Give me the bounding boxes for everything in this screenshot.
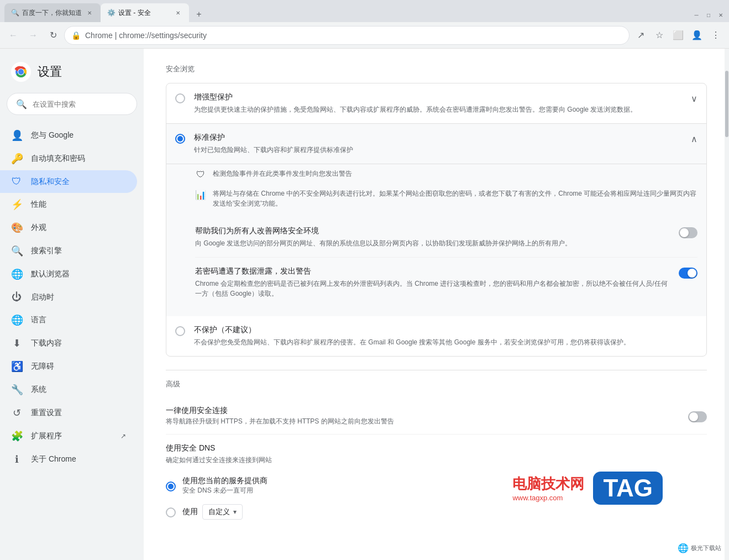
tab-baidu[interactable]: 🔍 百度一下，你就知道 ✕ xyxy=(4,3,101,22)
enhanced-protection-radio[interactable] xyxy=(175,93,185,103)
sidebar-item-accessibility[interactable]: ♿ 无障碍 xyxy=(0,355,137,378)
tab-favicon-settings: ⚙️ xyxy=(107,9,115,17)
sidebar-label-downloads: 下载内容 xyxy=(31,338,62,348)
language-icon: 🌐 xyxy=(11,314,22,326)
standard-protection-radio[interactable] xyxy=(175,134,185,144)
address-bar[interactable]: 🔒 Chrome | chrome://settings/security xyxy=(64,26,630,45)
settings-header: 设置 xyxy=(0,57,144,93)
standard-protection-title: 标准保护 xyxy=(194,133,682,143)
sidebar-item-default-browser[interactable]: 🌐 默认浏览器 xyxy=(0,263,137,286)
sidebar-item-language[interactable]: 🌐 语言 xyxy=(0,308,137,332)
chevron-down-icon: ▾ xyxy=(233,508,237,516)
tab-title-settings: 设置 - 安全 xyxy=(118,8,170,18)
sidebar-item-performance[interactable]: ⚡ 性能 xyxy=(0,193,137,216)
dns-option-custom-radio[interactable] xyxy=(166,507,176,517)
tab-settings[interactable]: ⚙️ 设置 - 安全 ✕ xyxy=(101,3,189,22)
protection-option-group: 增强型保护 为您提供更快速主动的保护措施，免受危险网站、下载内容或扩展程序的威胁… xyxy=(166,83,707,357)
password-breach-text: 若密码遭遇了数据泄露，发出警告 Chrome 会定期检查您的密码是否已被列在网上… xyxy=(195,266,670,299)
sidebar-item-about[interactable]: ℹ 关于 Chrome xyxy=(0,448,137,471)
reload-button[interactable]: ↻ xyxy=(44,27,62,44)
scrollbar-thumb[interactable] xyxy=(725,71,728,137)
standard-protection-option[interactable]: 标准保护 针对已知危险网站、下载内容和扩展程序提供标准保护 ∧ xyxy=(166,124,706,164)
system-icon: 🔧 xyxy=(11,384,22,396)
back-button[interactable]: ← xyxy=(4,27,22,44)
section-divider xyxy=(166,370,707,370)
key-icon: 🔑 xyxy=(11,153,22,165)
sidebar-item-reset[interactable]: ↺ 重置设置 xyxy=(0,401,137,425)
sidebar-item-google[interactable]: 👤 您与 Google xyxy=(0,124,137,147)
search-input[interactable] xyxy=(33,100,128,108)
sidebar-item-autofill[interactable]: 🔑 自动填充和密码 xyxy=(0,147,137,170)
forward-button[interactable]: → xyxy=(24,27,42,44)
security-icon: 🔒 xyxy=(71,31,81,40)
dns-option-current-text: 使用您当前的服务提供商 安全 DNS 未必一直可用 xyxy=(182,476,268,495)
search-icon: 🔍 xyxy=(16,99,27,109)
help-improve-title: 帮助我们为所有人改善网络安全环境 xyxy=(195,226,670,236)
reset-icon: ↺ xyxy=(11,407,22,419)
watermark: 电脑技术网 www.tagxp.com TAG xyxy=(512,472,663,505)
sidebar-label-accessibility: 无障碍 xyxy=(31,362,54,371)
sidebar-search-bar[interactable]: 🔍 xyxy=(7,93,137,115)
enhanced-protection-option[interactable]: 增强型保护 为您提供更快速主动的保护措施，免受危险网站、下载内容或扩展程序的威胁… xyxy=(166,83,706,124)
performance-icon: ⚡ xyxy=(11,198,22,211)
svg-point-3 xyxy=(18,69,24,75)
https-text-group: 一律使用安全连接 将导航路径升级到 HTTPS，并在加载不支持 HTTPS 的网… xyxy=(166,406,679,426)
no-protection-title: 不保护（不建议） xyxy=(194,325,697,335)
standard-protection-desc: 针对已知危险网站、下载内容和扩展程序提供标准保护 xyxy=(194,145,682,155)
sidebar-item-startup[interactable]: ⏻ 启动时 xyxy=(0,286,137,308)
minimize-button[interactable]: ─ xyxy=(693,11,700,19)
dns-option-current-radio[interactable] xyxy=(166,482,176,491)
tab-close-settings[interactable]: ✕ xyxy=(174,8,182,17)
no-protection-desc: 不会保护您免受危险网站、下载内容和扩展程序的侵害。在 Gmail 和 Googl… xyxy=(194,337,697,347)
standard-expand-icon[interactable]: ∧ xyxy=(691,133,697,144)
about-icon: ℹ xyxy=(11,453,22,465)
no-protection-option[interactable]: 不保护（不建议） 不会保护您免受危险网站、下载内容和扩展程序的侵害。在 Gmai… xyxy=(166,316,706,356)
nav-actions: ↗ ☆ ⬜ 👤 ⋮ xyxy=(632,27,725,44)
help-improve-toggle[interactable] xyxy=(679,227,697,238)
appearance-icon: 🎨 xyxy=(11,222,22,234)
sidebar-item-privacy[interactable]: 🛡 隐私和安全 xyxy=(0,170,137,193)
standard-protection-expanded: 🛡 检测危险事件并在此类事件发生时向您发出警告 📊 将网址与存储在 Chrome… xyxy=(166,164,706,316)
sidebar-item-appearance[interactable]: 🎨 外观 xyxy=(0,216,137,239)
split-view-button[interactable]: ⬜ xyxy=(669,27,687,44)
sidebar-item-extensions[interactable]: 🧩 扩展程序 ↗ xyxy=(0,425,137,448)
close-button[interactable]: ✕ xyxy=(717,11,725,19)
watermark-tag: TAG xyxy=(603,476,653,500)
sidebar-label-appearance: 外观 xyxy=(31,223,46,233)
sidebar-label-language: 语言 xyxy=(31,315,46,325)
https-toggle[interactable] xyxy=(688,411,707,422)
sidebar-label-about: 关于 Chrome xyxy=(31,454,76,464)
help-improve-row: 帮助我们为所有人改善网络安全环境 向 Google 发送您访问的部分网页的网址、… xyxy=(195,217,697,258)
menu-button[interactable]: ⋮ xyxy=(707,27,725,44)
sidebar-item-search[interactable]: 🔍 搜索引擎 xyxy=(0,239,137,263)
tab-close-baidu[interactable]: ✕ xyxy=(85,8,94,17)
sidebar-label-system: 系统 xyxy=(31,385,46,395)
dns-custom-select[interactable]: 自定义 ▾ xyxy=(202,504,243,520)
password-breach-toggle[interactable] xyxy=(679,268,697,279)
watermark-site-name: 电脑技术网 xyxy=(512,474,584,494)
window-controls: ─ □ ✕ xyxy=(693,11,725,22)
tab-title-baidu: 百度一下，你就知道 xyxy=(22,8,82,18)
startup-icon: ⏻ xyxy=(11,291,22,303)
https-main-text: 一律使用安全连接 xyxy=(166,406,679,416)
profile-button[interactable]: 👤 xyxy=(688,27,706,44)
sidebar-item-downloads[interactable]: ⬇ 下载内容 xyxy=(0,332,137,355)
dns-option-current-sub: 安全 DNS 未必一直可用 xyxy=(182,486,268,495)
bookmark-button[interactable]: ☆ xyxy=(651,27,668,44)
https-toggle-row: 一律使用安全连接 将导航路径升级到 HTTPS，并在加载不支持 HTTPS 的网… xyxy=(166,398,707,435)
enhanced-protection-content: 增强型保护 为您提供更快速主动的保护措施，免受危险网站、下载内容或扩展程序的威胁… xyxy=(194,92,682,114)
sidebar-item-system[interactable]: 🔧 系统 xyxy=(0,378,137,401)
maximize-button[interactable]: □ xyxy=(705,11,712,19)
new-tab-button[interactable]: + xyxy=(191,7,207,22)
share-button[interactable]: ↗ xyxy=(632,27,649,44)
advanced-section-title: 高级 xyxy=(166,379,707,389)
no-protection-radio[interactable] xyxy=(175,326,185,336)
tab-strip: 🔍 百度一下，你就知道 ✕ ⚙️ 设置 - 安全 ✕ + xyxy=(4,3,693,22)
scrollbar[interactable] xyxy=(725,49,729,560)
search-engine-icon: 🔍 xyxy=(11,245,22,257)
navigation-bar: ← → ↻ 🔒 Chrome | chrome://settings/secur… xyxy=(0,22,729,49)
enhanced-expand-icon[interactable]: ∨ xyxy=(691,92,697,104)
help-improve-text: 帮助我们为所有人改善网络安全环境 向 Google 发送您访问的部分网页的网址、… xyxy=(195,226,670,248)
dns-title: 使用安全 DNS xyxy=(166,443,707,453)
sub-item-compare: 📊 将网址与存储在 Chrome 中的不安全网站列表进行比对。如果某个网站企图窃… xyxy=(195,184,697,213)
